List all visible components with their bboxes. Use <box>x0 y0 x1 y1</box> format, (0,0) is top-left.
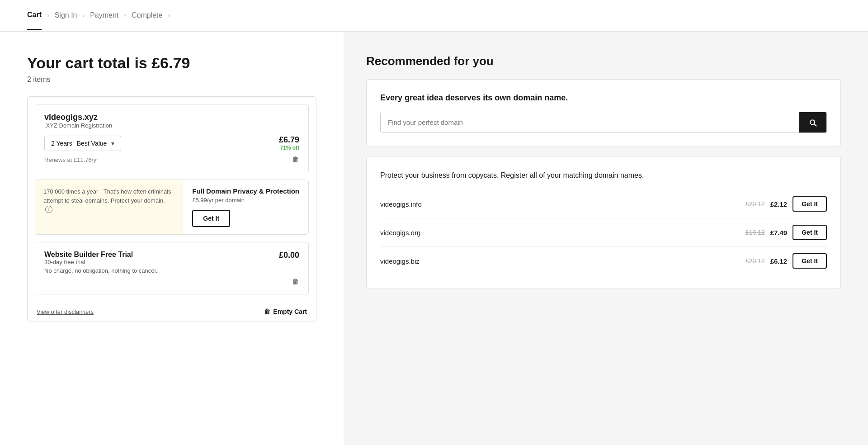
get-it-button-info[interactable]: Get It <box>793 196 827 212</box>
domain-name-info: videogigs.info <box>380 200 422 208</box>
breadcrumb-payment[interactable]: Payment <box>90 11 118 19</box>
view-disclaimers-button[interactable]: View offer disclaimers <box>37 308 94 315</box>
domain-name-org: videogigs.org <box>380 229 420 237</box>
search-icon <box>808 118 817 127</box>
builder-price: £0.00 <box>279 251 299 260</box>
domain-row-biz: videogigs.biz £20.12 £6.12 Get It <box>380 247 827 275</box>
privacy-get-it-button[interactable]: Get It <box>192 210 230 227</box>
privacy-offer-price: £5.99/yr per domain <box>192 197 245 204</box>
renews-text: Renews at £11.76/yr <box>44 156 98 163</box>
domain-pricing-org: £19.12 £7.49 Get It <box>745 225 827 240</box>
domain-original-price-biz: £20.12 <box>745 257 765 265</box>
domain-cart-item: videogigs.xyz .XYZ Domain Registration 2… <box>35 104 309 172</box>
builder-cart-item: Website Builder Free Trial 30-day free t… <box>35 242 309 294</box>
builder-description: No charge, no obligation, nothing to can… <box>44 267 157 274</box>
domain-search-card-title: Every great idea deserves its own domain… <box>380 93 827 103</box>
cart-card: videogigs.xyz .XYZ Domain Registration 2… <box>27 96 316 322</box>
domain-search-row <box>380 112 827 133</box>
delete-builder-icon[interactable]: 🗑 <box>292 278 299 286</box>
builder-title: Website Builder Free Trial <box>44 251 157 259</box>
privacy-offer-title: Full Domain Privacy & Protection <box>192 187 299 195</box>
privacy-offer-panel: Full Domain Privacy & Protection £5.99/y… <box>183 180 308 234</box>
domain-pricing-biz: £20.12 £6.12 Get It <box>745 253 827 269</box>
chevron-icon-1: › <box>47 12 49 19</box>
best-value-label: Best Value <box>77 140 107 147</box>
domain-row-info: videogigs.info £20.12 £2.12 Get It <box>380 190 827 218</box>
breadcrumb-bar: Cart › Sign In › Payment › Complete › <box>0 0 868 32</box>
breadcrumb-signin[interactable]: Sign In <box>55 11 77 19</box>
domain-price-block: £6.79 71% off <box>279 135 299 151</box>
domain-row-org: videogigs.org £19.12 £7.49 Get It <box>380 218 827 247</box>
domain-discount: 71% off <box>279 145 299 151</box>
empty-cart-button[interactable]: 🗑 Empty Cart <box>264 308 307 315</box>
recommended-title: Recommended for you <box>366 54 841 68</box>
domain-discounted-price-org: £7.49 <box>770 229 788 237</box>
domain-name-biz: videogigs.biz <box>380 257 420 265</box>
breadcrumb-complete[interactable]: Complete <box>132 11 162 19</box>
domain-item-title: videogigs.xyz <box>44 113 299 122</box>
domain-match-card: Protect your business from copycats. Reg… <box>366 156 841 289</box>
left-panel: Your cart total is £6.79 2 items videogi… <box>0 32 344 445</box>
privacy-warning-text: 170,000 times a year - That's how often … <box>35 180 183 234</box>
domain-pricing-info: £20.12 £2.12 Get It <box>745 196 827 212</box>
builder-subtitle: 30-day free trial <box>44 259 157 265</box>
years-select-dropdown[interactable]: 2 Years Best Value ▾ <box>44 136 121 151</box>
chevron-icon-4: › <box>168 12 170 19</box>
domain-original-price-org: £19.12 <box>745 229 765 236</box>
delete-domain-icon[interactable]: 🗑 <box>292 156 299 164</box>
cart-footer: View offer disclaimers 🗑 Empty Cart <box>28 302 316 322</box>
builder-info: Website Builder Free Trial 30-day free t… <box>44 251 157 274</box>
domain-search-card: Every great idea deserves its own domain… <box>366 79 841 147</box>
get-it-button-biz[interactable]: Get It <box>793 253 827 269</box>
chevron-icon-2: › <box>83 12 85 19</box>
domain-match-intro: Protect your business from copycats. Reg… <box>380 170 827 181</box>
domain-search-button[interactable] <box>799 112 826 133</box>
trash-icon-empty: 🗑 <box>264 308 270 315</box>
privacy-upsell-box: 170,000 times a year - That's how often … <box>35 180 309 235</box>
breadcrumb-cart[interactable]: Cart <box>27 11 42 30</box>
domain-search-input[interactable] <box>381 112 799 133</box>
domain-discounted-price-info: £2.12 <box>770 200 788 208</box>
cart-items-count: 2 items <box>27 76 316 84</box>
chevron-down-icon: ▾ <box>111 140 114 147</box>
chevron-icon-3: › <box>124 12 126 19</box>
get-it-button-org[interactable]: Get It <box>793 225 827 240</box>
info-icon[interactable]: i <box>45 206 52 213</box>
cart-total-title: Your cart total is £6.79 <box>27 54 316 72</box>
domain-original-price-info: £20.12 <box>745 200 765 208</box>
domain-price: £6.79 <box>279 135 299 145</box>
domain-item-subtitle: .XYZ Domain Registration <box>44 122 299 129</box>
years-select-label: 2 Years <box>51 140 72 147</box>
right-panel: Recommended for you Every great idea des… <box>344 32 868 445</box>
domain-discounted-price-biz: £6.12 <box>770 257 788 265</box>
